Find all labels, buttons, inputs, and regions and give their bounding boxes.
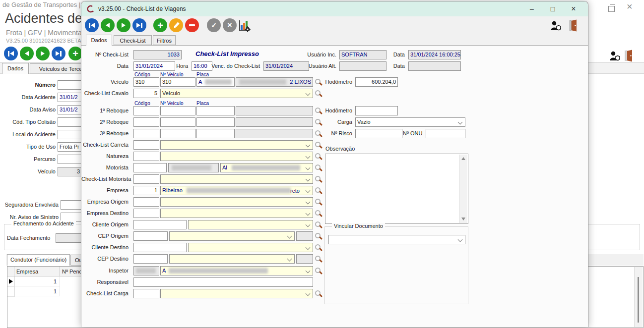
magnifier-icon[interactable]	[315, 221, 322, 229]
add-button[interactable]: +	[153, 18, 167, 32]
emp-destino-combo[interactable]	[160, 209, 313, 218]
bg-next-record-button[interactable]	[36, 47, 50, 60]
natureza-combo[interactable]	[160, 152, 313, 161]
bg-user-shield-icon[interactable]	[609, 51, 620, 61]
usuario-inc-input[interactable]: SOFTRAN	[339, 50, 386, 59]
magnifier-icon[interactable]	[315, 175, 322, 183]
hodometro-input[interactable]: 600.204,0	[355, 77, 398, 87]
edit-button[interactable]	[169, 18, 183, 32]
cep-origem-combo[interactable]	[169, 231, 295, 241]
inspetor-codigo-input[interactable]	[133, 266, 159, 275]
grid-row-selector[interactable]	[7, 286, 15, 297]
responsavel-input[interactable]	[133, 277, 313, 287]
magnifier-icon[interactable]	[315, 267, 322, 275]
observacao-vscrollbar[interactable]	[459, 155, 467, 223]
scroll-up-icon[interactable]	[461, 157, 465, 160]
magnifier-icon[interactable]	[315, 141, 322, 149]
empresa-combo[interactable]: Ribeiraoreto	[160, 186, 313, 195]
cli-origem-codigo-input[interactable]	[133, 220, 187, 229]
veiculo-codigo-input[interactable]: 310	[133, 77, 159, 87]
observacao-textarea[interactable]	[325, 154, 468, 224]
chart-settings-button[interactable]	[238, 19, 252, 33]
scroll-down-icon[interactable]	[461, 218, 465, 220]
veiculo-numero-input[interactable]: 310	[160, 77, 195, 87]
reboque2-placa-input[interactable]	[196, 117, 235, 127]
chk-carga-combo[interactable]	[160, 289, 313, 298]
data-input[interactable]: 31/01/2024	[133, 61, 175, 71]
first-record-button[interactable]	[85, 18, 99, 32]
emp-origem-codigo-input[interactable]	[133, 197, 159, 207]
cli-destino-combo[interactable]	[188, 243, 313, 252]
motorista-combo[interactable]: Al	[220, 163, 313, 172]
restore-icon[interactable]	[608, 6, 615, 12]
scrollbar-thumb[interactable]	[638, 277, 639, 323]
tab-checklist[interactable]: Check-List	[114, 35, 152, 45]
reboque1-codigo-input[interactable]	[133, 106, 159, 115]
magnifier-icon[interactable]	[315, 255, 322, 263]
magnifier-icon[interactable]	[315, 290, 322, 298]
reboque3-codigo-input[interactable]	[133, 129, 159, 138]
tab-dados[interactable]: Dados	[86, 35, 112, 46]
data-inc-input[interactable]: 31/01/2024 16:00:25	[408, 50, 461, 59]
exit-door-icon[interactable]	[568, 19, 579, 32]
dialog-titlebar[interactable]: v3.25.00 - Check-List de Viagens – □ ×	[81, 1, 588, 16]
chk-carga-codigo-input[interactable]	[133, 289, 159, 298]
bg-add-button[interactable]: +	[68, 47, 82, 60]
magnifier-icon[interactable]	[315, 90, 322, 98]
chk-motorista-combo[interactable]	[160, 174, 313, 184]
cli-destino-codigo-input[interactable]	[133, 243, 187, 252]
bg-close-icon[interactable]: ×	[627, 1, 633, 12]
bg-first-record-button[interactable]	[4, 47, 18, 60]
carreta-combo[interactable]	[160, 140, 313, 150]
cep-destino-input[interactable]	[133, 254, 168, 264]
num-onu-input[interactable]	[426, 129, 465, 138]
minimize-icon[interactable]: –	[523, 1, 541, 16]
bg-tab-dados[interactable]: Dados	[2, 63, 29, 74]
hodometro2-input[interactable]	[355, 106, 398, 115]
motorista-codigo-input[interactable]	[133, 163, 167, 172]
reboque3-placa-input[interactable]	[196, 129, 235, 138]
inspetor-combo[interactable]: A	[160, 266, 313, 275]
magnifier-icon[interactable]	[315, 198, 322, 206]
magnifier-icon[interactable]	[315, 232, 322, 240]
usuario-alt-input[interactable]	[339, 61, 386, 71]
num-checklist-input[interactable]: 1033	[133, 50, 182, 59]
chk-motorista-codigo-input[interactable]	[133, 174, 159, 184]
grid-vscrollbar[interactable]	[634, 267, 643, 327]
tab-filtros[interactable]: Filtros	[153, 35, 176, 45]
delete-button[interactable]	[185, 18, 199, 32]
cancel-button[interactable]: ×	[223, 18, 237, 32]
cep-origem-input[interactable]	[133, 231, 168, 241]
num-risco-input[interactable]	[355, 129, 402, 138]
veiculo-placa-input[interactable]: A	[196, 77, 235, 87]
magnifier-icon[interactable]	[315, 187, 322, 195]
vincular-documento-select[interactable]	[328, 235, 465, 244]
confirm-button[interactable]: ✓	[207, 18, 221, 32]
user-shield-icon[interactable]	[550, 21, 561, 31]
cavalo-codigo-input[interactable]: 5	[133, 89, 159, 98]
carga-select[interactable]: Vazio	[355, 117, 465, 127]
grid-row-selector[interactable]	[7, 276, 15, 287]
natureza-codigo-input[interactable]	[133, 152, 159, 161]
cavalo-combo[interactable]: Veículo	[160, 89, 313, 98]
bg-exit-door-icon[interactable]	[623, 50, 634, 62]
previous-record-button[interactable]	[101, 18, 115, 32]
reboque1-numero-input[interactable]	[160, 106, 195, 115]
next-record-button[interactable]	[117, 18, 130, 32]
close-icon[interactable]: ×	[565, 1, 582, 16]
maximize-icon[interactable]: □	[544, 1, 562, 16]
bg-previous-record-button[interactable]	[20, 47, 34, 60]
reboque2-numero-input[interactable]	[160, 117, 195, 127]
tab-condutor-funcionario[interactable]: Condutor (Funcionário)	[7, 254, 70, 266]
magnifier-icon[interactable]	[315, 153, 322, 161]
magnifier-icon[interactable]	[315, 210, 322, 218]
data-alt-input[interactable]	[408, 61, 461, 71]
hora-input[interactable]: 16:00	[192, 61, 212, 71]
last-record-button[interactable]	[132, 18, 146, 32]
cep-destino-combo[interactable]	[169, 254, 295, 264]
bg-last-record-button[interactable]	[52, 47, 65, 60]
grid-cell-empresa[interactable]: 1	[14, 286, 60, 296]
emp-destino-codigo-input[interactable]	[133, 209, 159, 218]
reboque2-codigo-input[interactable]	[133, 117, 159, 127]
grid-cell-empresa[interactable]: 1	[14, 276, 60, 286]
